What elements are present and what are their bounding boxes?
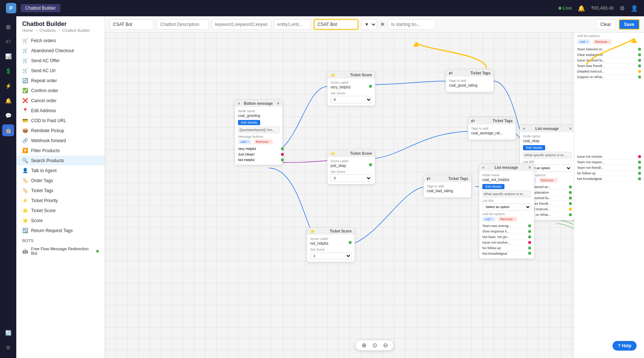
zoom-out-btn[interactable]: ⊖ <box>382 342 389 349</box>
ticket-tags-1-node[interactable]: 🏷 Ticket Tags Tags to add csat_good_rati… <box>446 69 494 92</box>
sidebar-item-send-ac-offer[interactable]: 🛒 Send AC Offer <box>16 56 105 66</box>
refresh-icon-btn[interactable]: 🔄 <box>2 327 14 339</box>
sidebar-item-reinitiate-pickup[interactable]: 📦 Reinitiate Pickup <box>16 126 105 135</box>
sidebar-item-return-tags[interactable]: ↩️ Return Request Tags <box>16 225 105 235</box>
tag-icon-btn[interactable]: 🏷 <box>2 36 14 47</box>
ticket-tags-2-node[interactable]: 🏷 Ticket Tags Tags to add csat_average_r… <box>468 117 516 140</box>
score-icon: ⭐ <box>22 218 28 223</box>
help-button[interactable]: ? Help <box>613 341 637 351</box>
bell-icon-btn[interactable]: 🔔 <box>2 95 14 107</box>
sidebar-item-score[interactable]: ⭐ Score <box>16 215 105 225</box>
ticket-score-2-node[interactable]: ⭐ Ticket Score Score Label just_okay Set… <box>327 150 375 184</box>
ts2-connector <box>369 163 372 166</box>
ticket-tags-3-node[interactable]: 🏷 Ticket Tags Tags to add csat_bad_ratin… <box>423 175 472 198</box>
filter-select[interactable]: ▼ <box>361 19 377 30</box>
rp-add-btn[interactable]: Add + <box>577 39 590 44</box>
bot-icon-btn[interactable]: 🤖 <box>2 124 14 136</box>
lightning-icon-btn[interactable]: ⚡ <box>2 80 14 92</box>
filter-icon[interactable]: ⚙ <box>380 22 385 27</box>
edit-address-icon: 📍 <box>22 108 28 113</box>
entity-input[interactable] <box>274 19 311 30</box>
sidebar-item-abandoned-checkout[interactable]: 🛒 Abandoned Checkout <box>16 46 105 56</box>
sidebar-item-webhook[interactable]: 🔗 Webhook forward <box>16 135 105 145</box>
ticket-tags-3-header: 🏷 Ticket Tags <box>424 175 471 182</box>
rp2-dot-4 <box>638 172 641 175</box>
lm1-opt6-dot <box>569 213 572 216</box>
sidebar-item-search-products[interactable]: 🔍 Search Products <box>16 155 105 165</box>
dashboard-icon-btn[interactable]: ▦ <box>2 21 14 33</box>
lm2-list-title-select[interactable]: Select an option <box>482 203 531 211</box>
lm2-opt4-dot <box>528 241 531 244</box>
sidebar-item-cod-paid[interactable]: 💳 COD to Paid URL <box>16 116 105 126</box>
description-input[interactable] <box>157 19 209 30</box>
save-button[interactable]: Save <box>619 19 640 30</box>
edit-details-btn-1[interactable]: Edit details <box>238 120 260 125</box>
sidebar-item-free-flow-bot[interactable]: 🤖 Free Flow Message Redirection Bot <box>16 244 105 258</box>
zoom-reset-btn[interactable]: ⊙ <box>371 342 379 349</box>
starting-bot-input[interactable] <box>388 19 436 30</box>
button-message-node[interactable]: ≡ Button message ✕ Node name csat_greeti… <box>235 100 283 165</box>
edit-details-btn-lm1[interactable]: Edit details <box>523 145 545 150</box>
chatbot-tab[interactable]: Chatbot Builder <box>21 4 60 12</box>
bot-name-input[interactable] <box>110 19 154 30</box>
sidebar-item-repeat-order[interactable]: 🔄 Repeat order <box>16 76 105 86</box>
rp2-dot-5 <box>638 177 641 180</box>
send-ac-url-icon: 🛒 <box>22 68 28 73</box>
keywords-input[interactable] <box>212 19 271 30</box>
canvas-grid[interactable]: ≡ Button message ✕ Node name csat_greeti… <box>105 16 644 358</box>
settings-icon[interactable]: ⚙ <box>620 5 625 12</box>
edit-details-btn-lm2[interactable]: Edit details <box>482 184 504 189</box>
list-message-2-node[interactable]: ≡ List message ✕ Node name csat_not_help… <box>479 164 534 259</box>
remove-btn-1[interactable]: Remove - <box>254 139 273 144</box>
sidebar-item-talk-to-agent[interactable]: 👤 Talk to Agent <box>16 165 105 175</box>
chat-icon-btn[interactable]: 💬 <box>2 110 14 121</box>
ticket-score-3-node[interactable]: ⭐ Ticket Score Score Label not_helpful S… <box>307 227 355 262</box>
sidebar-item-ticket-score[interactable]: ⭐ Ticket Score <box>16 205 105 215</box>
sidebar-item-confirm-order[interactable]: ✅ Confirm order <box>16 86 105 96</box>
notification-icon[interactable]: 🔔 <box>578 5 585 12</box>
lm2-add-btn[interactable]: Add + <box>482 217 496 222</box>
add-btn-1[interactable]: Add + <box>238 139 251 144</box>
sidebar-item-edit-address[interactable]: 📍 Edit Address <box>16 106 105 116</box>
lm2-remove-btn[interactable]: Remove - <box>498 217 517 222</box>
filter-input[interactable] <box>314 19 358 30</box>
score-1-select[interactable]: 5 <box>331 96 372 103</box>
lm1-remove-btn[interactable]: Remove - <box>539 178 558 183</box>
button-message-close[interactable]: ✕ <box>276 101 279 106</box>
rp2-dot-2 <box>638 161 641 164</box>
lm2-opt6-dot <box>528 252 531 255</box>
reinitiate-pickup-icon: 📦 <box>22 128 28 133</box>
sidebar-item-ticket-tags[interactable]: 🏷️ Ticket Tags <box>16 185 105 195</box>
sidebar-item-filter-products[interactable]: 🔽 Filter Products <box>16 145 105 155</box>
sidebar-item-fetch-orders[interactable]: 🛒 Fetch orders <box>16 36 105 46</box>
sidebar-item-send-ac-url[interactable]: 🛒 Send AC Url <box>16 66 105 76</box>
ticket-tags-2-body: Tags to add csat_average_rat... <box>468 124 516 140</box>
rp-dot-1 <box>638 48 641 51</box>
rp2-dot-1 <box>638 155 641 158</box>
ticket-tags-2-icon: 🏷 <box>471 119 475 123</box>
lm2-not-knowledgeable: Not knowledgeat <box>482 251 531 256</box>
rp-remove-btn[interactable]: Remove - <box>593 39 612 44</box>
zoom-in-btn[interactable]: ⊕ <box>360 342 368 349</box>
sidebar-item-cancel-order[interactable]: ❌ Cancel order <box>16 96 105 106</box>
rp-opt-4: Team was friendl... <box>577 63 641 69</box>
topbar-username[interactable]: 👤 <box>631 5 638 12</box>
ticket-score-1-node[interactable]: ⭐ Ticket Score Score Label very_helpful … <box>327 71 375 106</box>
return-tags-icon: ↩️ <box>22 228 28 233</box>
topbar-right: Live 🔔 ₹90,488.48 ⚙ 👤 <box>559 5 638 12</box>
btn-not-helpful: Not Helpful <box>238 157 279 163</box>
clear-button[interactable]: Clear <box>596 19 616 30</box>
bots-section-label: Bots <box>16 235 105 244</box>
chart-icon-btn[interactable]: 📊 <box>2 50 14 62</box>
score-3-select[interactable]: 1 <box>310 252 352 260</box>
sidebar-item-order-tags[interactable]: 🏷️ Order Tags <box>16 175 105 185</box>
message-buttons-label: Message buttons <box>238 135 279 138</box>
list-message-1-close[interactable]: ✕ <box>569 127 572 131</box>
list-message-2-close[interactable]: ✕ <box>528 165 531 170</box>
sidebar-item-ticket-priority[interactable]: ⚡ Ticket Priority <box>16 195 105 205</box>
canvas-header: ▼ ⚙ Clear Save <box>105 16 644 33</box>
settings-icon-btn[interactable]: ⚙ <box>2 342 14 354</box>
dollar-icon-btn[interactable]: 💲 <box>2 65 14 77</box>
score-2-select[interactable]: 3 <box>331 174 372 182</box>
abandoned-checkout-icon: 🛒 <box>22 48 28 53</box>
